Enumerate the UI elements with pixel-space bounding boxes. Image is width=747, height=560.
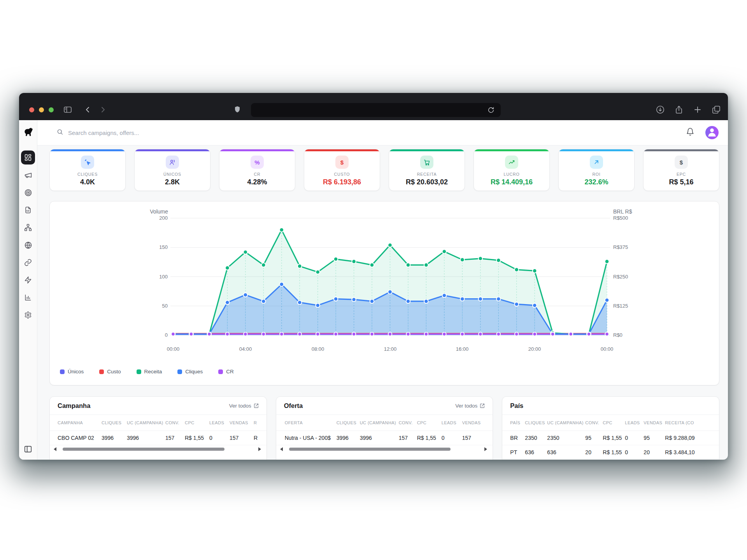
kpi-accent-bar <box>389 149 465 151</box>
legend-swatch <box>60 369 65 374</box>
column-header: VENDAS <box>644 420 665 425</box>
table-cell: 20 <box>644 449 665 455</box>
sidebar-item-links[interactable] <box>21 256 35 270</box>
table-cell: 3996 <box>102 435 127 441</box>
kpi-label: ROI <box>592 172 600 177</box>
back-icon[interactable] <box>83 105 93 115</box>
zoom-window-button[interactable] <box>49 107 54 112</box>
kpi-label: LUCRO <box>504 172 520 177</box>
table-card-pais: PaísPAÍSCLIQUESUC (CAMPANHA)CONV.CPCLEAD… <box>502 396 719 460</box>
close-window-button[interactable] <box>29 107 34 112</box>
column-header: LEADS <box>625 420 644 425</box>
kpi-accent-bar <box>219 149 295 151</box>
sidebar-item-offers[interactable] <box>21 186 35 200</box>
table-cell: 20 <box>585 449 603 455</box>
tabs-icon[interactable] <box>711 105 721 115</box>
tables-row: CampanhaVer todos CAMPANHACLIQUESUC (CAM… <box>49 396 719 460</box>
scrollbar-thumb[interactable] <box>289 448 451 451</box>
legend-label: Únicos <box>68 369 84 374</box>
reload-icon[interactable] <box>486 105 496 115</box>
kpi-accent-bar <box>559 149 634 151</box>
table-cell: Nutra - USA - 200$ <box>285 435 337 441</box>
legend-item-receita[interactable]: Receita <box>137 369 162 374</box>
kpi-value: 232.6% <box>584 178 608 186</box>
table-header-row: CAMPANHACLIQUESUC (CAMPANHA)CONV.CPCLEAD… <box>50 415 267 431</box>
table-card-oferta: OfertaVer todos OFERTACLIQUESUC (CAMPANH… <box>276 396 493 460</box>
column-header: CPC <box>185 420 209 425</box>
app-logo[interactable] <box>19 120 37 145</box>
column-header: CPC <box>603 420 625 425</box>
ver-todos-link[interactable]: Ver todos <box>229 403 259 409</box>
legend-item-únicos[interactable]: Únicos <box>60 369 84 374</box>
kpi-label: RECEITA <box>417 172 437 177</box>
collapse-sidebar-button[interactable] <box>19 445 37 455</box>
table-row: BR2350235095R$ 1,55095R$ 9.288,09 <box>502 431 719 445</box>
table-cell: 636 <box>547 449 585 455</box>
right-axis-tick: R$500 <box>613 215 628 221</box>
legend-item-cr[interactable]: CR <box>218 369 234 374</box>
kpi-card-roi: ROI232.6% <box>558 149 635 191</box>
table-title: Oferta <box>284 402 303 410</box>
kpi-accent-bar <box>135 149 210 151</box>
address-bar[interactable] <box>251 103 501 117</box>
sidebar-item-reports[interactable] <box>21 290 35 304</box>
legend-label: Custo <box>107 369 121 374</box>
notifications-bell-icon[interactable] <box>686 128 694 138</box>
column-header: CLIQUES <box>337 420 360 425</box>
table-cell: 2350 <box>525 435 547 441</box>
scroll-left-arrow[interactable] <box>54 447 56 451</box>
dollar-icon: $ <box>675 156 688 169</box>
download-icon[interactable] <box>655 105 665 115</box>
kpi-label: EPC <box>677 172 686 177</box>
scroll-left-arrow[interactable] <box>280 447 283 451</box>
table-cell: R$ 1,55 <box>603 449 625 455</box>
user-avatar[interactable] <box>705 126 719 139</box>
table-cell: R <box>254 435 267 441</box>
scroll-right-arrow[interactable] <box>258 447 261 451</box>
sidebar-item-campaigns[interactable] <box>21 168 35 182</box>
sidebar-item-settings[interactable] <box>21 308 35 322</box>
table-header-row: OFERTACLIQUESUC (CAMPANHA)CONV.CPCLEADSV… <box>276 415 493 431</box>
column-header: VENDAS <box>462 420 489 425</box>
sidebar-toggle-icon[interactable] <box>63 105 73 115</box>
legend-item-cliques[interactable]: Cliques <box>177 369 203 374</box>
scrollbar-thumb[interactable] <box>63 448 224 451</box>
table-cell: BR <box>510 435 525 441</box>
sidebar-item-dashboard[interactable] <box>21 150 35 164</box>
table-title: País <box>510 402 523 410</box>
x-axis-label: 00:00 <box>167 346 180 352</box>
column-header: CLIQUES <box>525 420 547 425</box>
column-header: CLIQUES <box>102 420 127 425</box>
scroll-right-arrow[interactable] <box>484 447 487 451</box>
minimize-window-button[interactable] <box>39 107 44 112</box>
kpi-row: CLIQUES4.0KÚNICOS2.8K%CR4.28%$CUSTOR$ 6.… <box>49 149 719 191</box>
table-cell: 2350 <box>547 435 585 441</box>
shield-icon[interactable] <box>232 105 242 115</box>
new-tab-icon[interactable] <box>693 105 703 115</box>
table-cell: 95 <box>644 435 665 441</box>
scrollbar-track[interactable] <box>285 448 482 451</box>
x-axis-label: 12:00 <box>384 346 397 352</box>
table-cell: 3996 <box>360 435 399 441</box>
table-cell: 157 <box>399 435 417 441</box>
search-input[interactable] <box>67 129 232 136</box>
kpi-value: R$ 6.193,86 <box>323 178 361 186</box>
table-header-row: PAÍSCLIQUESUC (CAMPANHA)CONV.CPCLEADSVEN… <box>502 415 719 431</box>
sidebar-item-pages[interactable] <box>21 203 35 217</box>
sidebar-item-flows[interactable] <box>21 220 35 234</box>
legend-item-custo[interactable]: Custo <box>99 369 121 374</box>
sidebar-item-domains[interactable] <box>21 238 35 252</box>
ver-todos-link[interactable]: Ver todos <box>455 403 485 409</box>
table-cell: PT <box>510 449 525 455</box>
share-icon[interactable] <box>674 105 684 115</box>
table-cell: CBO CAMP 02 <box>58 435 102 441</box>
table-title: Campanha <box>58 402 90 410</box>
sidebar-item-automations[interactable] <box>21 273 35 287</box>
column-header: LEADS <box>209 420 230 425</box>
sidebar <box>19 120 37 460</box>
table-cell: R$ 3.484,10 <box>665 449 719 455</box>
kpi-accent-bar <box>304 149 380 151</box>
table-row: Nutra - USA - 200$39963996157R$ 1,550157 <box>276 431 493 445</box>
scrollbar-track[interactable] <box>59 448 256 451</box>
forward-icon[interactable] <box>98 105 108 115</box>
